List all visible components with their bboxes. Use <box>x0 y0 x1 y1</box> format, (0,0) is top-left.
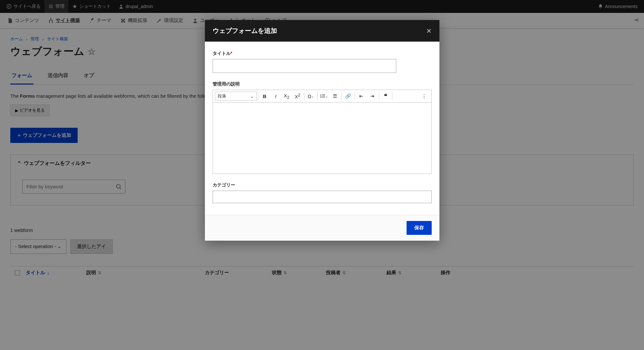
title-input[interactable] <box>213 59 396 73</box>
link-button[interactable]: 🔗 <box>343 91 353 101</box>
required-icon: * <box>231 51 232 56</box>
save-button[interactable]: 保存 <box>407 221 432 235</box>
ordered-list-button[interactable]: 1☰⌄ <box>319 91 329 101</box>
indent-button[interactable]: ⇥ <box>367 91 378 101</box>
category-label: カテゴリー <box>213 182 432 188</box>
editor-textarea[interactable] <box>213 103 431 174</box>
quote-icon: ❝ <box>384 93 387 100</box>
dialog-title: ウェブフォームを追加 <box>213 26 277 35</box>
heading-select[interactable]: 段落 ⌄ <box>215 92 257 101</box>
more-button[interactable]: ⋮ <box>419 91 429 101</box>
chevron-down-icon: ⌄ <box>250 94 254 99</box>
separator <box>379 92 379 100</box>
separator <box>304 92 304 100</box>
description-label: 管理用の説明 <box>213 81 432 87</box>
add-webform-dialog: ウェブフォームを追加 ✕ タイトル* 管理用の説明 段落 ⌄ B I X2 X2… <box>205 20 439 241</box>
link-icon: 🔗 <box>345 93 351 99</box>
bullet-list-button[interactable]: ☰ <box>330 91 340 101</box>
kebab-icon: ⋮ <box>422 93 427 99</box>
dialog-header: ウェブフォームを追加 ✕ <box>205 20 439 42</box>
omega-icon: Ω <box>308 94 311 99</box>
subscript-button[interactable]: X2 <box>282 91 292 101</box>
superscript-button[interactable]: X2 <box>293 91 303 101</box>
close-button[interactable]: ✕ <box>426 27 432 35</box>
special-char-button[interactable]: Ω⌄ <box>306 91 316 101</box>
rich-text-editor: 段落 ⌄ B I X2 X2 Ω⌄ 1☰⌄ ☰ 🔗 ⇤ ⇥ ❝ <box>213 90 432 174</box>
separator <box>258 92 258 100</box>
separator <box>317 92 318 100</box>
subscript-icon: X2 <box>284 93 289 100</box>
separator <box>355 92 355 100</box>
title-label: タイトル* <box>213 51 432 56</box>
separator <box>341 92 342 100</box>
editor-toolbar: 段落 ⌄ B I X2 X2 Ω⌄ 1☰⌄ ☰ 🔗 ⇤ ⇥ ❝ <box>213 90 431 103</box>
outdent-button[interactable]: ⇤ <box>356 91 367 101</box>
bold-button[interactable]: B <box>260 91 270 101</box>
close-icon: ✕ <box>426 27 432 35</box>
italic-icon: I <box>275 94 276 99</box>
chevron-down-icon: ⌄ <box>325 95 328 98</box>
chevron-down-icon: ⌄ <box>311 95 314 98</box>
separator <box>392 92 392 100</box>
dialog-body: タイトル* 管理用の説明 段落 ⌄ B I X2 X2 Ω⌄ 1☰⌄ ☰ <box>205 42 439 215</box>
superscript-icon: X2 <box>295 93 300 99</box>
italic-button[interactable]: I <box>271 91 281 101</box>
bold-icon: B <box>263 94 266 99</box>
outdent-icon: ⇤ <box>359 93 363 99</box>
blockquote-button[interactable]: ❝ <box>380 91 391 101</box>
category-input[interactable] <box>213 191 432 203</box>
dialog-footer: 保存 <box>205 215 439 241</box>
indent-icon: ⇥ <box>370 93 374 99</box>
bullet-list-icon: ☰ <box>333 93 337 99</box>
ordered-list-icon: 1☰ <box>320 94 326 98</box>
